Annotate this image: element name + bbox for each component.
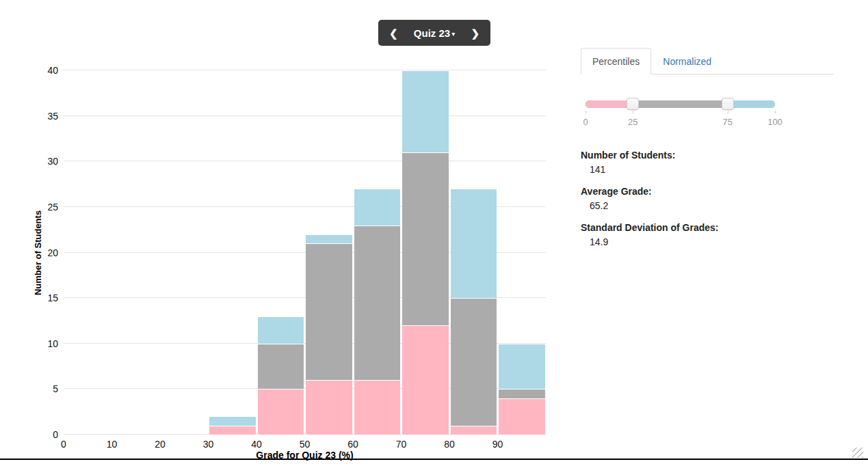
- y-tick-label: 15: [47, 291, 58, 305]
- y-tick-label: 20: [47, 246, 58, 260]
- stat-label: Number of Students:: [581, 148, 834, 163]
- percentile-slider: 02575100: [586, 100, 775, 131]
- grade-dashboard: ❮ Quiz 23 ▾ ❯ Number of Students 0510152…: [0, 0, 868, 464]
- bar-segment-gray-25-75[interactable]: [402, 152, 449, 325]
- slider-tick: [586, 111, 586, 113]
- slider-handle-lower[interactable]: [627, 98, 639, 110]
- bar-segment-pink-0-25[interactable]: [258, 389, 304, 435]
- caret-down-icon: ▾: [451, 30, 455, 38]
- x-tick-label: 60: [347, 439, 358, 450]
- stat-label: Average Grade:: [581, 185, 834, 199]
- slider-handle-upper[interactable]: [722, 98, 734, 110]
- x-tick-label: 50: [300, 439, 311, 450]
- slider-tick-label: 25: [628, 117, 637, 127]
- bar-segment-pink-0-25[interactable]: [306, 380, 352, 435]
- slider-tick: [728, 111, 728, 113]
- bar-segment-pink-0-25[interactable]: [499, 398, 545, 435]
- bar-segment-blue-75-100[interactable]: [258, 316, 304, 344]
- bar-segment-gray-25-75[interactable]: [354, 226, 401, 381]
- y-tick-label: 10: [47, 337, 58, 351]
- bar-segment-gray-25-75[interactable]: [451, 298, 497, 426]
- bar-segment-blue-75-100[interactable]: [499, 344, 545, 390]
- x-tick-label: 90: [492, 439, 503, 450]
- tab-percentiles[interactable]: Percentiles: [581, 48, 651, 74]
- gridline: [64, 115, 546, 116]
- statistics-panel: Number of Students: 141 Average Grade: 6…: [581, 148, 834, 257]
- bar-segment-blue-75-100[interactable]: [209, 416, 256, 425]
- slider-segment-gray: [633, 100, 728, 108]
- x-tick-label: 0: [61, 439, 66, 450]
- bar-segment-pink-0-25[interactable]: [209, 426, 256, 435]
- slider-tick-label: 75: [723, 117, 733, 127]
- y-tick-label: 35: [47, 109, 58, 123]
- bar-segment-blue-75-100[interactable]: [402, 70, 449, 152]
- stat-average-grade: Average Grade: 65.2: [581, 185, 834, 213]
- y-tick-label: 30: [47, 154, 58, 168]
- x-tick-label: 20: [155, 439, 166, 450]
- gridline: [64, 70, 546, 70]
- view-tabs: Percentiles Normalized: [581, 48, 834, 74]
- y-tick-label: 40: [47, 64, 58, 77]
- stat-label: Standard Deviation of Grades:: [581, 221, 834, 235]
- bar-segment-pink-0-25[interactable]: [402, 325, 449, 435]
- slider-tick-label: 0: [583, 117, 588, 127]
- plot-area: [64, 70, 546, 435]
- slider-tick: [633, 111, 633, 113]
- y-tick-label: 25: [47, 200, 58, 214]
- bar-segment-blue-75-100[interactable]: [354, 189, 401, 225]
- y-tick-label: 0: [53, 428, 58, 441]
- stat-value: 141: [581, 163, 834, 177]
- stat-number-of-students: Number of Students: 141: [581, 148, 834, 177]
- prev-quiz-button[interactable]: ❮: [387, 27, 400, 40]
- resize-grip[interactable]: [852, 448, 863, 458]
- slider-segment-blue: [728, 100, 775, 108]
- x-tick-label: 80: [444, 439, 455, 450]
- bar-segment-pink-0-25[interactable]: [451, 426, 497, 435]
- quiz-navigator: ❮ Quiz 23 ▾ ❯: [378, 20, 490, 46]
- slider-tick: [775, 111, 776, 113]
- y-axis-labels: 0510152025303540: [0, 70, 58, 435]
- slider-segment-pink: [586, 100, 633, 108]
- quiz-dropdown-label: Quiz 23: [414, 27, 450, 39]
- bar-segment-blue-75-100[interactable]: [451, 189, 497, 298]
- stat-value: 65.2: [581, 199, 834, 213]
- stat-value: 14.9: [581, 235, 834, 249]
- gridline: [64, 161, 546, 161]
- stat-standard-deviation: Standard Deviation of Grades: 14.9: [581, 221, 834, 249]
- bar-segment-gray-25-75[interactable]: [499, 389, 545, 398]
- x-tick-label: 30: [203, 439, 214, 450]
- slider-tick-label: 100: [767, 117, 782, 127]
- chevron-right-icon: ❯: [471, 27, 479, 39]
- bottom-divider: [0, 459, 868, 460]
- x-tick-label: 40: [251, 439, 262, 450]
- chevron-left-icon: ❮: [389, 27, 398, 39]
- bar-segment-gray-25-75[interactable]: [258, 344, 304, 390]
- x-tick-label: 70: [396, 439, 407, 450]
- percentile-slider-track[interactable]: [586, 100, 775, 108]
- bar-segment-pink-0-25[interactable]: [354, 380, 401, 435]
- bar-segment-gray-25-75[interactable]: [306, 243, 352, 380]
- y-tick-label: 5: [53, 382, 58, 396]
- quiz-dropdown[interactable]: Quiz 23 ▾: [414, 27, 455, 39]
- bar-segment-blue-75-100[interactable]: [306, 234, 352, 243]
- x-tick-label: 10: [107, 439, 118, 450]
- tab-normalized[interactable]: Normalized: [651, 48, 723, 74]
- next-quiz-button[interactable]: ❯: [469, 27, 482, 40]
